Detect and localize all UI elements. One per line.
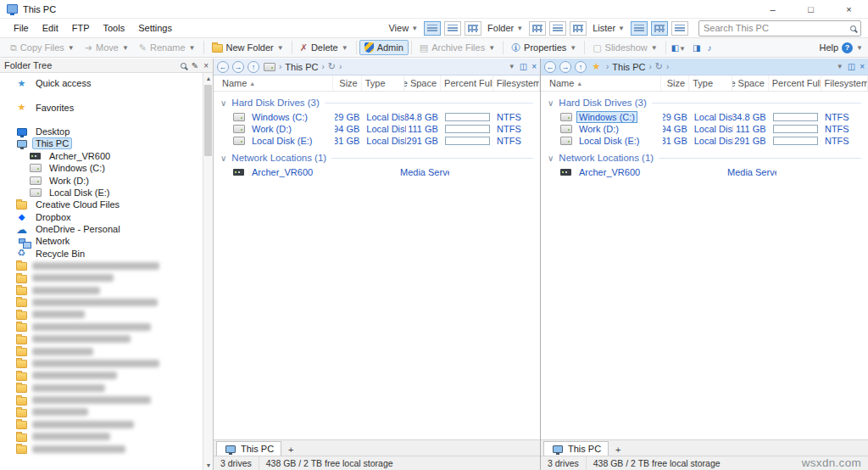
menu-file[interactable]: File: [7, 20, 36, 36]
tab-this-pc[interactable]: This PC: [216, 441, 281, 456]
group-hard-disk-drives[interactable]: ∨Hard Disk Drives (3): [541, 92, 868, 111]
drive-row[interactable]: Work (D:) 894 GB Local Disk 111 GB NTFS: [541, 123, 868, 135]
tree-item-folder-blurred[interactable]: [0, 357, 203, 369]
view-dropdown[interactable]: View▼: [386, 23, 420, 33]
drive-row[interactable]: Work (D:) 894 GB Local Disk 111 GB NTFS: [214, 123, 540, 135]
address-dropdown-icon[interactable]: ▼: [509, 63, 515, 70]
search-box[interactable]: [698, 20, 861, 36]
column-free-space[interactable]: Free Space: [732, 76, 769, 91]
column-filesystem[interactable]: Filesystem: [493, 76, 540, 91]
rename-button[interactable]: ✎Rename▼: [134, 40, 201, 56]
refresh-icon[interactable]: ↻: [655, 61, 663, 72]
column-name[interactable]: Name▲: [541, 76, 661, 91]
back-icon[interactable]: ←: [217, 61, 229, 73]
breadcrumb[interactable]: This PC: [612, 62, 645, 72]
tree-item-onedrive[interactable]: OneDrive - Personal: [0, 223, 203, 235]
group-network-locations[interactable]: ∨Network Locations (1): [541, 147, 868, 166]
move-button[interactable]: ➜Move▼: [80, 40, 134, 56]
tree-item-folder-blurred[interactable]: [0, 418, 203, 430]
drive-name[interactable]: Local Disk (E:): [576, 135, 643, 147]
tree-item-folder-blurred[interactable]: [0, 345, 203, 357]
drive-row[interactable]: Windows (C:) 229 GB Local Disk 34.8 GB N…: [214, 111, 540, 123]
tree-item-folder-blurred[interactable]: [0, 309, 203, 321]
column-name[interactable]: Name▲: [214, 76, 333, 91]
dual-pane-icon[interactable]: ◧▼: [669, 42, 688, 54]
forward-icon[interactable]: →: [559, 61, 571, 73]
lister-option-3-button[interactable]: [671, 21, 688, 36]
help-label[interactable]: Help: [819, 42, 838, 53]
slideshow-button[interactable]: ▢Slideshow▼: [587, 40, 662, 56]
menu-settings[interactable]: Settings: [131, 20, 179, 36]
tree-item-folder-blurred[interactable]: [0, 333, 203, 344]
address-dropdown-icon[interactable]: ▼: [837, 63, 843, 70]
pin-icon[interactable]: ◫: [848, 62, 855, 71]
tree-item-folder-blurred[interactable]: [0, 394, 203, 406]
network-row[interactable]: Archer_VR600 Media Server: [541, 166, 868, 178]
close-button[interactable]: ×: [830, 0, 868, 18]
tree-search-icon[interactable]: [181, 63, 186, 69]
refresh-icon[interactable]: ↻: [328, 61, 336, 72]
tree-item-dropbox[interactable]: Dropbox: [0, 211, 203, 223]
column-type[interactable]: Type: [362, 76, 405, 91]
column-percent-full[interactable]: Percent Full: [441, 76, 493, 91]
search-input[interactable]: [704, 23, 850, 33]
up-icon[interactable]: ↑: [248, 61, 259, 73]
menu-edit[interactable]: Edit: [36, 20, 65, 36]
tree-item-folder-blurred[interactable]: [0, 370, 203, 382]
tree-item-desktop[interactable]: Desktop: [0, 126, 203, 137]
new-folder-button[interactable]: New Folder▼: [207, 40, 289, 55]
tree-item-folder-blurred[interactable]: [0, 271, 203, 283]
copy-files-button[interactable]: ⧉Copy Files▼: [5, 40, 80, 56]
tree-item-creative-cloud-files[interactable]: Creative Cloud Files: [0, 199, 203, 210]
scroll-down-icon[interactable]: ▼: [203, 460, 214, 470]
search-icon[interactable]: [850, 25, 856, 31]
favorite-star-icon[interactable]: [590, 62, 603, 72]
drive-name[interactable]: Local Disk (E:): [249, 135, 315, 147]
view-mode-details-button[interactable]: [424, 21, 441, 36]
folder-option-1-button[interactable]: [529, 21, 546, 36]
tree-item-folder-blurred[interactable]: [0, 431, 203, 443]
back-icon[interactable]: ←: [544, 61, 556, 73]
minimize-button[interactable]: –: [754, 0, 792, 18]
add-tab-button[interactable]: +: [284, 443, 298, 456]
drive-row[interactable]: Windows (C:) 229 GB Local Disk 34.8 GB N…: [541, 111, 868, 123]
scroll-up-icon[interactable]: ▲: [203, 73, 214, 83]
menu-ftp[interactable]: FTP: [65, 20, 97, 36]
menu-tools[interactable]: Tools: [96, 20, 131, 36]
scrollbar-thumb[interactable]: [204, 85, 212, 156]
folder-dropdown[interactable]: Folder▼: [485, 23, 526, 33]
folder-option-2-button[interactable]: [549, 21, 566, 36]
maximize-button[interactable]: □: [792, 0, 830, 18]
column-free-space[interactable]: Free Space: [404, 76, 441, 91]
lister-option-2-button[interactable]: [651, 21, 668, 36]
drive-name[interactable]: Work (D:): [249, 123, 294, 135]
tree-item-folder-blurred[interactable]: [0, 382, 203, 394]
delete-button[interactable]: ✗Delete▼: [295, 40, 353, 56]
mirror-pane-icon[interactable]: ♪: [704, 42, 714, 54]
drive-name[interactable]: Work (D:): [576, 123, 621, 135]
breadcrumb[interactable]: This PC: [285, 62, 318, 72]
help-icon[interactable]: ?: [842, 42, 853, 53]
drive-row[interactable]: Local Disk (E:) 931 GB Local Disk 291 GB…: [214, 135, 540, 147]
tree-item-folder-blurred[interactable]: [0, 321, 203, 333]
tree-item-local-disk-e[interactable]: Local Disk (E:): [0, 187, 203, 199]
pane-close-icon[interactable]: ×: [531, 62, 537, 71]
tree-item-folder-blurred[interactable]: [0, 406, 203, 418]
lister-option-1-button[interactable]: [631, 21, 648, 36]
lister-dropdown[interactable]: Lister▼: [590, 23, 627, 33]
tree-item-folder-blurred[interactable]: [0, 443, 203, 455]
tree-item-folder-blurred[interactable]: [0, 296, 203, 308]
tree-item-folder-blurred[interactable]: [0, 284, 203, 296]
pane-close-icon[interactable]: ×: [860, 62, 865, 71]
up-icon[interactable]: ↑: [575, 61, 587, 73]
add-tab-button[interactable]: +: [611, 443, 625, 456]
drive-name-selected[interactable]: Windows (C:): [576, 111, 637, 123]
drive-name[interactable]: Windows (C:): [249, 111, 310, 123]
tree-edit-icon[interactable]: ✎: [192, 61, 198, 70]
drive-row[interactable]: Local Disk (E:) 931 GB Local Disk 291 GB…: [541, 135, 868, 147]
column-size[interactable]: Size: [661, 76, 689, 91]
pin-icon[interactable]: ◫: [520, 62, 527, 71]
tree-item-archer-vr600[interactable]: Archer_VR600: [0, 150, 203, 162]
column-percent-full[interactable]: Percent Full: [769, 76, 821, 91]
tree-close-icon[interactable]: ×: [203, 61, 209, 70]
